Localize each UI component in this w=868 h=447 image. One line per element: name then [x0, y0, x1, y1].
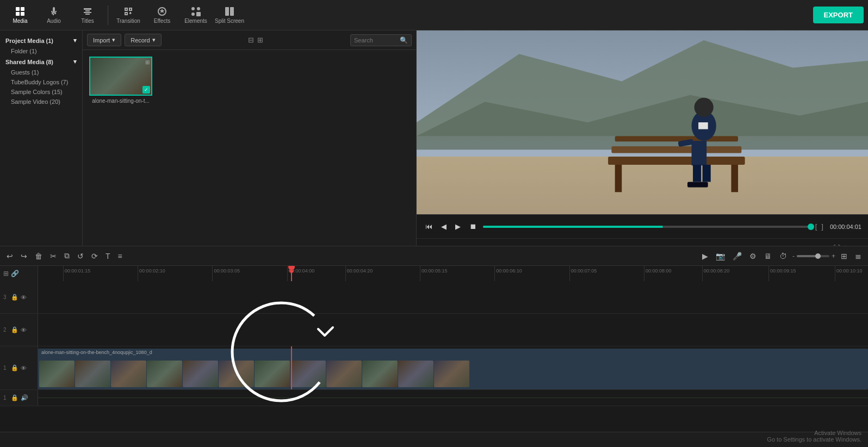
clip-check-icon: ✓ — [142, 86, 150, 94]
timeline-tracks: 3 🔒 👁 ✓ 2 🔒 👁 — [0, 281, 868, 432]
sidebar-sample-video[interactable]: Sample Video (20) — [0, 97, 82, 107]
play-back-button[interactable]: ◀ — [439, 220, 449, 233]
tab-effects[interactable]: Effects — [146, 2, 178, 28]
bracket-left-icon[interactable]: [ — [815, 222, 817, 231]
snap-icon[interactable]: ⊞ — [3, 270, 9, 277]
tab-splitscreen[interactable]: Split Screen — [214, 2, 245, 28]
top-toolbar: Media Audio Titles Transition Effects El… — [0, 0, 868, 30]
sidebar: Project Media (1) ▾ Folder (1) Shared Me… — [0, 30, 83, 258]
sidebar-guests[interactable]: Guests (1) — [0, 67, 82, 77]
delete-button[interactable]: 🗑 — [33, 250, 45, 263]
playhead-arrow-ruler — [289, 270, 294, 274]
clock-button[interactable]: ⏱ — [777, 250, 789, 263]
track-2-num: 2 — [3, 327, 9, 333]
media-toolbar: Import ▾ Record ▾ ⊟ ⊞ 🔍 — [83, 30, 416, 50]
timeline-ruler-row: ⊞ 🔗 00:00:01:15 00:00:02:10 00:00:03:05 … — [0, 266, 868, 281]
zoom-plus-icon[interactable]: + — [832, 252, 835, 260]
timeline: ↩ ↪ 🗑 ✂ ⧉ ↺ ⟳ T ≡ ▶ 📷 🎤 ⚙ 🖥 ⏱ - + ⊞ ≣ ⊞ … — [0, 246, 868, 447]
zoom-slider-dot[interactable] — [815, 253, 821, 259]
video-clip[interactable]: alone-man-sitting-on-the-bench_4noqupjic… — [38, 349, 868, 389]
playhead-track1 — [291, 346, 292, 389]
activate-windows-notice: Activate Windows Go to Settings to activ… — [767, 430, 861, 443]
svg-rect-23 — [692, 141, 707, 165]
video-frame-5 — [183, 361, 218, 387]
svg-point-22 — [695, 98, 714, 117]
undo-button[interactable]: ↩ — [4, 250, 15, 263]
settings-button[interactable]: ⚙ — [747, 250, 759, 263]
video-frames — [38, 349, 868, 389]
play-button[interactable]: ▶ — [453, 220, 463, 233]
video-frame-4 — [147, 361, 182, 387]
sidebar-shared-media-header[interactable]: Shared Media (8) ▾ — [0, 56, 82, 67]
record-button[interactable]: Record ▾ — [125, 34, 161, 46]
svg-point-7 — [191, 13, 195, 16]
align-button[interactable]: ≡ — [116, 250, 125, 263]
video-frame-9 — [326, 361, 362, 387]
track-audio-speaker-icon[interactable]: 🔊 — [21, 394, 28, 401]
mic-button[interactable]: 🎤 — [730, 250, 744, 263]
media-clip-image: ⊞ ✓ — [89, 57, 152, 96]
stop-button[interactable]: ⏹ — [467, 220, 479, 233]
bracket-right-icon[interactable]: ] — [821, 222, 823, 231]
rewind-button[interactable]: ⏮ — [423, 220, 435, 233]
timeline-ruler: 00:00:01:15 00:00:02:10 00:00:03:05 00:0… — [38, 266, 868, 281]
preview-video — [417, 30, 868, 214]
sidebar-project-media-header[interactable]: Project Media (1) ▾ — [0, 35, 82, 46]
svg-point-5 — [191, 7, 195, 10]
track-3-controls: 3 🔒 👁 — [0, 281, 38, 313]
track-1-eye-icon[interactable]: 👁 — [21, 365, 27, 371]
redo-button[interactable]: ↪ — [18, 250, 29, 263]
rotate-button[interactable]: ↺ — [75, 250, 86, 263]
import-button[interactable]: Import ▾ — [87, 34, 121, 46]
search-icon[interactable]: 🔍 — [400, 36, 408, 44]
track-2-eye-icon[interactable]: 👁 — [21, 327, 27, 333]
svg-rect-10 — [230, 7, 234, 16]
timeline-toolbar: ↩ ↪ 🗑 ✂ ⧉ ↺ ⟳ T ≡ ▶ 📷 🎤 ⚙ 🖥 ⏱ - + ⊞ ≣ — [0, 246, 868, 266]
crop-button[interactable]: ⧉ — [62, 249, 72, 263]
media-clip-thumb[interactable]: ⊞ ✓ alone-man-sitting-on-t... — [89, 57, 154, 104]
ruler-tick-11: 00:00:09:15 — [768, 266, 796, 281]
svg-rect-17 — [611, 146, 741, 153]
track-1-content: alone-man-sitting-on-the-bench_4noqupjic… — [38, 346, 868, 389]
grid-toggle-icon[interactable]: ⊞ — [257, 36, 263, 44]
track-row-1: 1 🔒 👁 alone-man-sitting-on-the-bench_4no… — [0, 346, 868, 390]
zoom-minus-icon[interactable]: - — [792, 252, 795, 260]
progress-bar[interactable] — [483, 226, 811, 228]
tab-media[interactable]: Media — [4, 2, 36, 28]
track-2-lock-icon[interactable]: 🔒 — [11, 326, 18, 333]
tab-elements[interactable]: Elements — [180, 2, 212, 28]
text-button[interactable]: T — [103, 250, 113, 263]
grid-icon[interactable]: ⊞ — [839, 250, 850, 263]
search-box: 🔍 — [350, 34, 412, 46]
track-row-3: 3 🔒 👁 ✓ — [0, 281, 868, 314]
svg-rect-0 — [16, 7, 20, 11]
tab-transition[interactable]: Transition — [113, 2, 144, 28]
track-1-lock-icon[interactable]: 🔒 — [11, 364, 18, 371]
tab-audio[interactable]: Audio — [38, 2, 70, 28]
video-frame-12 — [434, 361, 469, 387]
track-3-lock-icon[interactable]: 🔒 — [11, 294, 18, 301]
cut-button[interactable]: ✂ — [48, 250, 59, 263]
search-input[interactable] — [354, 37, 398, 44]
monitor-button[interactable]: 🖥 — [762, 250, 774, 263]
export-button[interactable]: EXPORT — [813, 7, 864, 23]
track-3-eye-icon[interactable]: 👁 — [21, 294, 27, 301]
sidebar-sample-colors[interactable]: Sample Colors (15) — [0, 87, 82, 97]
bars-icon[interactable]: ≣ — [853, 250, 864, 263]
camera-add-button[interactable]: 📷 — [714, 250, 727, 263]
play-timeline-button[interactable]: ▶ — [700, 250, 710, 263]
sidebar-tubebuddy[interactable]: TubeBuddy Logos (7) — [0, 77, 82, 87]
track-audio-lock-icon[interactable]: 🔒 — [11, 394, 18, 401]
video-frame-10 — [362, 361, 398, 387]
sidebar-folder[interactable]: Folder (1) — [0, 46, 82, 56]
tab-titles[interactable]: Titles — [72, 2, 103, 28]
link-icon[interactable]: 🔗 — [11, 270, 19, 277]
refresh-button[interactable]: ⟳ — [89, 250, 100, 263]
progress-fill — [483, 226, 663, 228]
playhead-ruler — [291, 266, 292, 281]
ruler-tick-1: 00:00:01:15 — [63, 266, 91, 281]
filter-icon[interactable]: ⊟ — [248, 36, 254, 44]
main-area: Project Media (1) ▾ Folder (1) Shared Me… — [0, 30, 868, 258]
svg-rect-2 — [16, 12, 20, 16]
svg-rect-20 — [731, 165, 738, 192]
